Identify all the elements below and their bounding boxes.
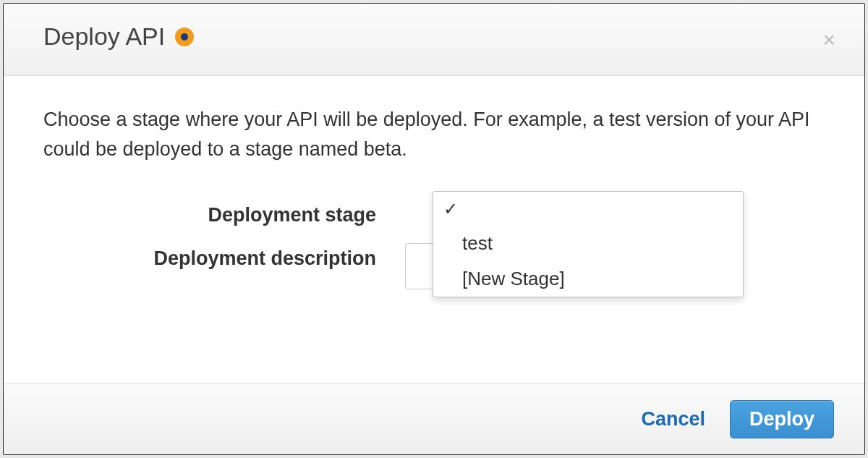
stage-option-label: [New Stage]: [462, 266, 565, 292]
modal-footer: Cancel Deploy: [4, 383, 864, 454]
modal-header: Deploy API ×: [4, 4, 864, 76]
checkmark-icon: ✓: [443, 198, 462, 221]
deploy-api-modal: Deploy API × Choose a stage where your A…: [3, 3, 865, 455]
close-icon[interactable]: ×: [822, 29, 835, 51]
label-deployment-description: Deployment description: [43, 243, 405, 270]
stage-dropdown[interactable]: ✓ test [New Stage]: [433, 191, 744, 297]
modal-title-text: Deploy API: [43, 22, 165, 51]
modal-title: Deploy API: [43, 22, 194, 51]
modal-body: Choose a stage where your API will be de…: [4, 76, 864, 383]
deploy-button[interactable]: Deploy: [730, 400, 834, 438]
stage-option-blank[interactable]: ✓: [433, 192, 743, 225]
stage-option-test[interactable]: test: [433, 225, 743, 260]
cancel-button[interactable]: Cancel: [641, 408, 705, 431]
instruction-text: Choose a stage where your API will be de…: [43, 105, 825, 164]
stage-option-label: test: [462, 231, 493, 256]
form: Deployment stage Deployment description: [43, 200, 825, 292]
label-deployment-stage: Deployment stage: [43, 200, 405, 226]
stage-option-new[interactable]: [New Stage]: [433, 260, 743, 296]
unsaved-indicator-dot-icon: [181, 33, 188, 41]
unsaved-indicator-icon: [175, 27, 194, 46]
